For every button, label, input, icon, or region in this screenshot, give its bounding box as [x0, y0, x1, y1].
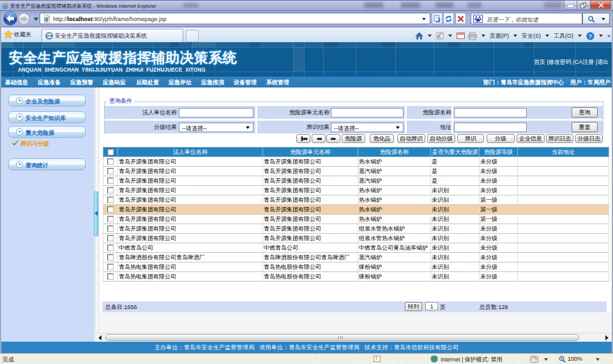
svg-text:?: ? [589, 33, 591, 39]
